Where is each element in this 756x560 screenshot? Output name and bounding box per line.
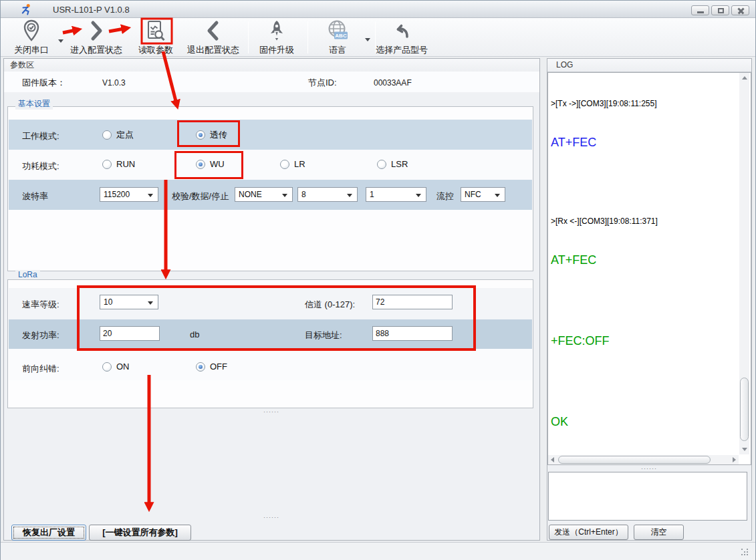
baud-rate-value: 115200 bbox=[104, 190, 130, 199]
chevron-left-icon bbox=[187, 19, 239, 43]
status-bar bbox=[1, 542, 755, 560]
fec-label: 前向纠错: bbox=[22, 363, 59, 375]
chevron-down-icon bbox=[148, 194, 153, 197]
fec-row bbox=[9, 349, 532, 380]
radio-icon bbox=[102, 362, 112, 372]
toolbar-language-button[interactable]: ABC 语言 bbox=[326, 19, 349, 56]
scroll-down-button[interactable] bbox=[739, 444, 749, 454]
radio-fec-on[interactable]: ON bbox=[102, 362, 130, 372]
send-input[interactable] bbox=[548, 472, 747, 521]
horizontal-scroll-thumb[interactable] bbox=[558, 456, 711, 464]
language-dropdown-icon[interactable] bbox=[365, 38, 370, 41]
chevron-right-icon bbox=[70, 19, 122, 43]
target-address-label: 目标地址: bbox=[305, 329, 342, 341]
pin-check-icon bbox=[14, 19, 49, 43]
toolbar-item-label: 进入配置状态 bbox=[70, 44, 122, 56]
app-logo-icon bbox=[21, 3, 33, 15]
toolbar-item-label: 固件升级 bbox=[259, 44, 294, 56]
basic-settings-legend: 基本设置 bbox=[15, 98, 53, 110]
log-line: AT+FEC bbox=[551, 134, 730, 151]
clear-button[interactable]: 清空 bbox=[634, 525, 684, 540]
set-all-params-button[interactable]: [一键设置所有参数] bbox=[89, 525, 191, 541]
chevron-down-icon bbox=[416, 194, 421, 197]
radio-icon bbox=[377, 160, 386, 169]
radio-power-lsr[interactable]: LSR bbox=[377, 159, 408, 169]
radio-label: 透传 bbox=[210, 129, 227, 141]
scroll-up-button[interactable] bbox=[739, 73, 749, 83]
toolbar-exit-config-button[interactable]: 退出配置状态 bbox=[187, 19, 239, 56]
radio-label: WU bbox=[210, 159, 225, 169]
radio-label: LSR bbox=[391, 159, 408, 169]
log-panel-header: LOG bbox=[547, 59, 751, 72]
splitter-handle[interactable]: ······ bbox=[622, 465, 676, 472]
factory-reset-button[interactable]: 恢复出厂设置 bbox=[11, 525, 86, 541]
maximize-button[interactable] bbox=[711, 5, 729, 15]
arrow-up-icon bbox=[742, 76, 747, 80]
work-mode-row bbox=[9, 120, 532, 150]
rate-row bbox=[9, 288, 532, 319]
tx-power-row bbox=[9, 319, 532, 349]
chevron-down-icon bbox=[495, 194, 500, 197]
toolbar-item-label: 退出配置状态 bbox=[187, 44, 239, 56]
rate-level-select[interactable]: 10 bbox=[100, 295, 158, 309]
read-params-icon bbox=[138, 19, 173, 43]
toolbar-firmware-upgrade-button[interactable]: 固件升级 bbox=[259, 19, 294, 56]
scroll-left-button[interactable] bbox=[548, 455, 557, 464]
parity-data-stop-label: 校验/数据/停止 bbox=[172, 190, 229, 202]
log-lines: >[Tx ->][COM3][19:08:11:255] AT+FEC >[Rx… bbox=[551, 74, 730, 452]
toolbar-item-label: 关闭串口 bbox=[14, 44, 49, 56]
log-line bbox=[551, 293, 730, 309]
radio-icon-selected bbox=[196, 160, 205, 169]
resize-grip[interactable] bbox=[741, 548, 749, 556]
flow-control-value: NFC bbox=[465, 190, 481, 199]
maximize-icon bbox=[718, 8, 724, 13]
radio-label: ON bbox=[116, 362, 130, 372]
toolbar-enter-config-button[interactable]: 进入配置状态 bbox=[70, 19, 122, 56]
radio-label: LR bbox=[294, 159, 305, 169]
arrow-left-icon bbox=[551, 457, 554, 462]
power-mode-row bbox=[9, 150, 532, 180]
log-line: >[Rx <-][COM3][19:08:11:371] bbox=[551, 215, 730, 228]
log-line: >[Tx ->][COM3][19:08:11:255] bbox=[551, 98, 730, 110]
send-button[interactable]: 发送（Ctrl+Enter） bbox=[549, 525, 628, 540]
stop-bits-select[interactable]: 1 bbox=[366, 187, 426, 202]
parity-select[interactable]: NONE bbox=[235, 187, 293, 202]
radio-icon bbox=[102, 160, 112, 169]
radio-power-run[interactable]: RUN bbox=[102, 159, 135, 169]
toolbar-item-label: 选择产品型号 bbox=[376, 44, 428, 56]
baud-rate-label: 波特率 bbox=[22, 190, 48, 202]
port-dropdown-icon[interactable] bbox=[58, 39, 64, 43]
toolbar-close-serial-button[interactable]: 关闭串口 bbox=[14, 19, 49, 56]
log-line bbox=[551, 175, 730, 191]
data-bits-select[interactable]: 8 bbox=[297, 187, 358, 202]
radio-label: RUN bbox=[116, 159, 135, 169]
radio-power-lr[interactable]: LR bbox=[280, 159, 305, 169]
node-id-value: 00033AAF bbox=[374, 78, 412, 88]
radio-work-mode-fixed[interactable]: 定点 bbox=[102, 129, 134, 141]
toolbar-read-params-button[interactable]: 读取参数 bbox=[138, 19, 173, 56]
close-button[interactable] bbox=[731, 5, 749, 15]
tx-power-input[interactable] bbox=[100, 326, 160, 341]
flow-control-label: 流控 bbox=[436, 190, 454, 202]
flow-control-select[interactable]: NFC bbox=[461, 187, 505, 202]
scroll-right-button[interactable] bbox=[729, 455, 739, 464]
channel-input[interactable] bbox=[372, 295, 453, 309]
baud-rate-select[interactable]: 115200 bbox=[100, 187, 158, 202]
data-bits-value: 8 bbox=[301, 190, 306, 199]
radio-work-mode-transparent[interactable]: 透传 bbox=[196, 129, 227, 141]
app-window: USR-L101-P V1.0.8 关闭串口 进入配置状态 bbox=[0, 0, 756, 560]
splitter-handle[interactable]: ······ bbox=[248, 514, 295, 521]
chevron-down-icon bbox=[347, 194, 352, 197]
node-id-label: 节点ID: bbox=[308, 77, 337, 89]
undo-arrow-icon bbox=[376, 19, 428, 43]
vertical-scroll-thumb[interactable] bbox=[740, 378, 749, 441]
target-address-input[interactable] bbox=[372, 326, 453, 341]
radio-power-wu[interactable]: WU bbox=[196, 159, 225, 169]
radio-icon-selected bbox=[196, 130, 205, 140]
lora-legend: LoRa bbox=[15, 270, 40, 279]
splitter-handle[interactable]: ······ bbox=[248, 408, 295, 415]
toolbar-select-model-button[interactable]: 选择产品型号 bbox=[376, 19, 428, 56]
minimize-icon bbox=[697, 11, 704, 13]
minimize-button[interactable] bbox=[691, 5, 709, 15]
radio-fec-off[interactable]: OFF bbox=[196, 362, 227, 372]
